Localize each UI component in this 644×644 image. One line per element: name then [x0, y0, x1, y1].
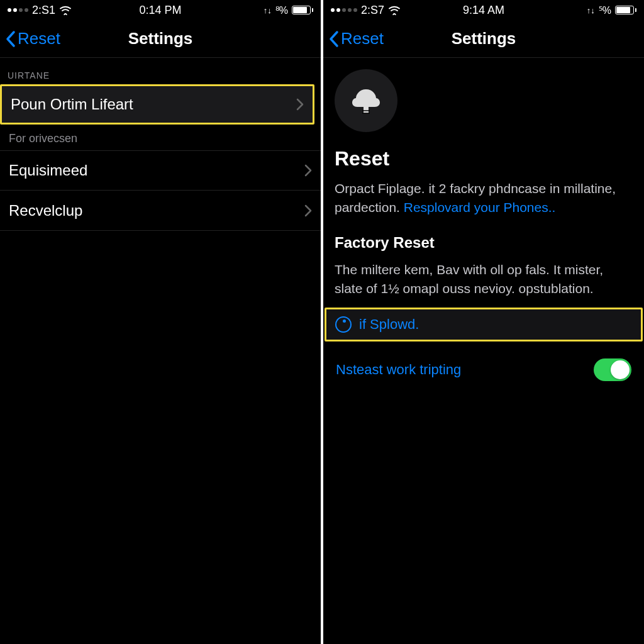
- battery-icon: [615, 6, 636, 14]
- section-footer: For orivecsen: [0, 125, 321, 150]
- settings-row-equisimeed[interactable]: Equisimeed: [0, 150, 321, 191]
- action-label: if Splowd.: [359, 316, 419, 333]
- nav-bar: Reset Settings: [323, 20, 644, 58]
- info-description: Orpact Fiplage. it 2 fackry phdncase in …: [335, 179, 633, 218]
- row-label: Poun Ortim Lifeart: [11, 96, 133, 113]
- signal-dots-icon: [331, 8, 357, 12]
- cellular-icon: ↑↓: [587, 6, 595, 15]
- battery-text: ⁵%: [599, 4, 611, 16]
- clock: 9:14 AM: [463, 4, 504, 17]
- action-splowd[interactable]: if Splowd.: [325, 308, 643, 341]
- info-link[interactable]: Resplovard your Phones..: [404, 200, 556, 214]
- row-label: Recvelclup: [9, 202, 82, 219]
- signal-dots-icon: [8, 8, 28, 12]
- chevron-left-icon: [5, 30, 16, 48]
- chevron-left-icon: [328, 30, 340, 48]
- settings-row-recvelclup[interactable]: Recvelclup: [0, 191, 321, 231]
- row-label: Equisimeed: [9, 162, 87, 179]
- back-label: Reset: [18, 29, 60, 48]
- status-bar: 2:S1 0:14 PM ↑↓ ⁸%: [0, 0, 321, 20]
- info-title: Reset: [335, 147, 633, 170]
- factory-reset-description: The miltere kem, Bav with oll op fals. I…: [335, 260, 633, 299]
- wifi-icon: [388, 5, 401, 15]
- status-bar: 2:S7 9:14 AM ↑↓ ⁵%: [323, 0, 644, 20]
- back-label: Reset: [341, 29, 384, 48]
- wifi-icon: [59, 5, 72, 15]
- back-button[interactable]: Reset: [328, 29, 384, 48]
- battery-icon: [292, 6, 313, 14]
- reset-hero-icon: [335, 69, 397, 132]
- phone-right: 2:S7 9:14 AM ↑↓ ⁵% Reset Settin: [323, 0, 644, 644]
- section-header: UIRTANE: [0, 58, 321, 84]
- phone-left: 2:S1 0:14 PM ↑↓ ⁸% Reset Settin: [0, 0, 321, 644]
- nav-bar: Reset Settings: [0, 20, 321, 58]
- carrier-time: 2:S1: [32, 4, 55, 17]
- chevron-right-icon: [304, 164, 312, 177]
- chevron-right-icon: [296, 98, 304, 111]
- toggle-label: Nsteast work tripting: [336, 362, 461, 378]
- chevron-right-icon: [304, 204, 312, 217]
- toggle-switch[interactable]: [594, 358, 631, 381]
- svg-rect-0: [364, 106, 369, 113]
- toggle-row-nsteast: Nsteast work tripting: [323, 353, 644, 387]
- settings-row-poun[interactable]: Poun Ortim Lifeart: [0, 84, 314, 125]
- factory-reset-title: Factory Reset: [335, 234, 633, 252]
- cellular-icon: ↑↓: [264, 6, 272, 15]
- back-button[interactable]: Reset: [5, 29, 60, 48]
- clock: 0:14 PM: [139, 4, 181, 17]
- carrier-time: 2:S7: [361, 4, 384, 17]
- battery-text: ⁸%: [275, 4, 288, 16]
- timer-icon: [335, 316, 352, 333]
